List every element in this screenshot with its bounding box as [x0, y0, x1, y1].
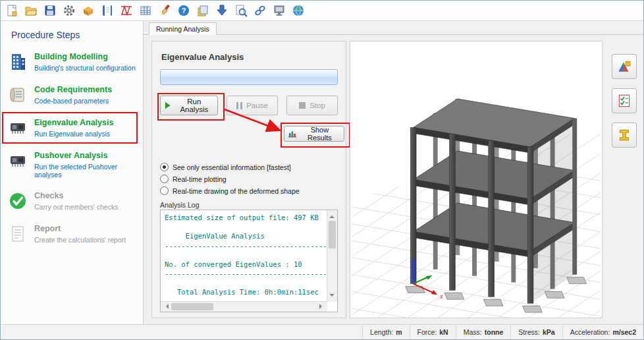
- play-icon: [165, 101, 171, 109]
- procedure-steps-sidebar: Procedure Steps Building ModellingBuildi…: [1, 21, 144, 325]
- scroll-left-icon[interactable]: [163, 304, 169, 309]
- save-model-icon[interactable]: [41, 2, 59, 19]
- step-title: Building Modelling: [34, 52, 136, 61]
- radio-icon: [160, 163, 169, 171]
- globe-web-icon[interactable]: [290, 2, 307, 19]
- status-force: Force:kN: [410, 325, 456, 339]
- stop-label: Stop: [309, 101, 325, 109]
- analysis-log[interactable]: Estimated size of output file: 497 KB Ei…: [160, 210, 338, 312]
- preview-magnifier-icon[interactable]: [232, 2, 250, 19]
- step-title: Eigenvalue Analysis: [34, 118, 113, 127]
- results-chart-icon: [288, 130, 296, 138]
- scroll-right-icon[interactable]: [319, 304, 325, 309]
- stop-icon: [299, 102, 306, 109]
- sidebar-item-eigenvalue-analysis[interactable]: Eigenvalue AnalysisRun Eigenvalue analys…: [1, 111, 143, 144]
- status-bar: Length:m Force:kN Mass:tonne Stress:kPa …: [1, 324, 643, 339]
- model-3d-viewport[interactable]: x: [350, 41, 603, 318]
- scrollbar-thumb[interactable]: [329, 221, 336, 248]
- log-horizontal-scrollbar[interactable]: [161, 301, 327, 312]
- status-mass: Mass:tonne: [456, 325, 511, 339]
- open-model-icon[interactable]: [22, 2, 40, 19]
- report-page-icon: [7, 223, 28, 244]
- chip-icon: [7, 117, 28, 138]
- option-realtime-deformed-shape[interactable]: Real-time drawing of the deformed shape: [160, 186, 300, 195]
- option-realtime-plotting[interactable]: Real-time plotting: [160, 175, 300, 183]
- step-subtitle: Code-based parameters: [34, 97, 112, 105]
- option-label: See only essential information [fastest]: [173, 163, 291, 171]
- building-icon: [7, 51, 28, 72]
- run-analysis-label: Run Analysis: [175, 98, 213, 113]
- sidebar-item-building-modelling[interactable]: Building ModellingBuilding's structural …: [1, 45, 143, 78]
- scroll-down-icon[interactable]: [329, 294, 335, 299]
- show-results-label: Show Results: [300, 126, 340, 142]
- tab-running-analysis[interactable]: Running Analysis: [149, 22, 217, 35]
- step-title: Checks: [34, 191, 118, 200]
- building-3d-render: x: [350, 42, 602, 318]
- main-toolbar: ?: [1, 1, 643, 21]
- pause-button[interactable]: Pause: [227, 96, 278, 115]
- member-checks-icon[interactable]: [612, 88, 637, 113]
- analysis-log-label: Analysis Log: [160, 201, 200, 209]
- option-label: Real-time drawing of the deformed shape: [173, 187, 300, 195]
- analysis-log-text: Estimated size of output file: 497 KB Ei…: [165, 213, 327, 301]
- link-chain-icon[interactable]: [252, 2, 269, 19]
- report-book-icon[interactable]: [99, 2, 116, 19]
- radio-icon: [160, 175, 169, 183]
- scroll-up-icon[interactable]: [329, 213, 335, 218]
- pause-label: Pause: [246, 101, 268, 109]
- sidebar-item-checks[interactable]: ChecksCarry out members' checks: [1, 184, 143, 217]
- beam-section-icon[interactable]: [612, 123, 637, 148]
- show-results-button[interactable]: Show Results: [284, 126, 344, 142]
- analysis-panel: Eigenvalue Analysis Run Analysis Pause S…: [151, 41, 346, 318]
- log-vertical-scrollbar[interactable]: [327, 210, 337, 302]
- axis-x-label: x: [439, 293, 443, 300]
- procedure-steps-list: Building ModellingBuilding's structural …: [1, 45, 143, 250]
- analysis-buttons-row: Run Analysis Pause Stop: [160, 96, 338, 115]
- option-essential-info[interactable]: See only essential information [fastest]: [160, 163, 300, 171]
- status-length: Length:m: [362, 325, 409, 339]
- step-title: Code Requirements: [34, 85, 112, 94]
- step-subtitle: Run Eigenvalue analysis: [34, 130, 113, 138]
- step-title: Pushover Analysis: [34, 151, 139, 160]
- layers-icon[interactable]: [194, 2, 211, 19]
- status-stress: Stress:kPa: [510, 325, 562, 339]
- paint-brush-icon[interactable]: [156, 2, 173, 19]
- step-subtitle: Run the selected Pushover analyses: [34, 163, 139, 179]
- help-icon[interactable]: ?: [175, 2, 192, 19]
- pause-icon: [236, 102, 242, 109]
- chip-icon: [7, 150, 28, 171]
- application-window: ? Procedure Steps Building ModellingBuil…: [0, 0, 644, 340]
- status-acceleration: Acceleration:m/sec2: [562, 325, 643, 339]
- new-model-icon[interactable]: [3, 2, 20, 19]
- scrollbar-thumb[interactable]: [171, 303, 213, 310]
- run-analysis-button[interactable]: Run Analysis: [160, 96, 218, 115]
- panel-title: Eigenvalue Analysis: [161, 52, 244, 62]
- tables-grid-icon[interactable]: [137, 2, 154, 19]
- structure-frame-icon[interactable]: [118, 2, 135, 19]
- radio-icon: [160, 186, 169, 195]
- analysis-options-group: See only essential information [fastest]…: [160, 163, 300, 195]
- step-subtitle: Carry out members' checks: [34, 203, 118, 211]
- sidebar-title: Procedure Steps: [11, 30, 143, 40]
- check-circle-icon: [7, 190, 28, 212]
- option-label: Real-time plotting: [173, 175, 227, 183]
- step-subtitle: Building's structural configuration: [34, 64, 136, 72]
- viewport-tool-strip: [607, 41, 641, 318]
- stop-button[interactable]: Stop: [286, 96, 338, 115]
- step-title: Report: [34, 224, 126, 233]
- sections-box-icon[interactable]: [80, 2, 97, 19]
- sidebar-item-report[interactable]: ReportCreate the calculations' report: [1, 217, 143, 250]
- sidebar-item-code-requirements[interactable]: Code RequirementsCode-based parameters: [1, 78, 143, 111]
- sidebar-item-pushover-analysis[interactable]: Pushover AnalysisRun the selected Pushov…: [1, 144, 143, 184]
- settings-gear-icon[interactable]: [61, 2, 78, 19]
- monitor-icon[interactable]: [271, 2, 288, 19]
- analysis-progress-bar: [160, 69, 338, 85]
- tab-strip: Running Analysis: [144, 21, 643, 35]
- main-area: Running Analysis Eigenvalue Analysis Run…: [144, 21, 643, 325]
- export-arrow-icon[interactable]: [213, 2, 230, 19]
- svg-text:?: ?: [182, 7, 186, 14]
- step-subtitle: Create the calculations' report: [34, 236, 126, 244]
- display-options-icon[interactable]: [612, 54, 637, 79]
- scroll-icon: [7, 84, 28, 105]
